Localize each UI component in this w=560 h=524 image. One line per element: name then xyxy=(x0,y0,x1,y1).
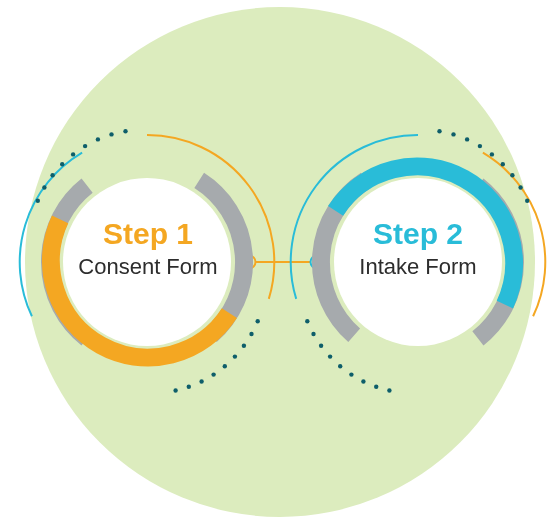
connector xyxy=(243,256,324,269)
svg-point-21 xyxy=(187,385,191,389)
svg-point-12 xyxy=(109,132,113,136)
svg-point-20 xyxy=(199,379,203,383)
svg-point-36 xyxy=(328,354,332,358)
svg-point-32 xyxy=(437,129,441,133)
diagram-stage: Step 1 Consent Form Step 2 Intake Form xyxy=(0,0,560,524)
svg-point-33 xyxy=(305,319,309,323)
svg-point-24 xyxy=(525,199,529,203)
svg-point-34 xyxy=(311,332,315,336)
svg-point-30 xyxy=(465,137,469,141)
svg-point-15 xyxy=(249,332,253,336)
svg-point-18 xyxy=(223,364,227,368)
svg-point-5 xyxy=(36,199,40,203)
svg-point-16 xyxy=(242,344,246,348)
svg-point-7 xyxy=(50,173,54,177)
svg-point-22 xyxy=(173,388,177,392)
step-2-rings xyxy=(291,129,546,393)
svg-point-38 xyxy=(349,372,353,376)
step-1-rings xyxy=(20,129,275,393)
svg-point-9 xyxy=(71,152,75,156)
svg-point-35 xyxy=(319,344,323,348)
svg-point-8 xyxy=(60,162,64,166)
svg-point-10 xyxy=(83,144,87,148)
svg-point-39 xyxy=(361,379,365,383)
svg-point-42 xyxy=(334,178,502,346)
svg-point-27 xyxy=(501,162,505,166)
svg-point-13 xyxy=(123,129,127,133)
svg-point-25 xyxy=(518,185,522,189)
svg-point-28 xyxy=(490,152,494,156)
svg-point-40 xyxy=(374,385,378,389)
svg-point-19 xyxy=(211,372,215,376)
svg-point-6 xyxy=(42,185,46,189)
svg-point-26 xyxy=(510,173,514,177)
svg-point-11 xyxy=(96,137,100,141)
svg-point-29 xyxy=(478,144,482,148)
svg-point-17 xyxy=(233,354,237,358)
svg-point-31 xyxy=(451,132,455,136)
svg-point-37 xyxy=(338,364,342,368)
rings-overlay xyxy=(0,0,560,524)
svg-point-14 xyxy=(256,319,260,323)
svg-point-23 xyxy=(63,178,231,346)
svg-point-41 xyxy=(387,388,391,392)
